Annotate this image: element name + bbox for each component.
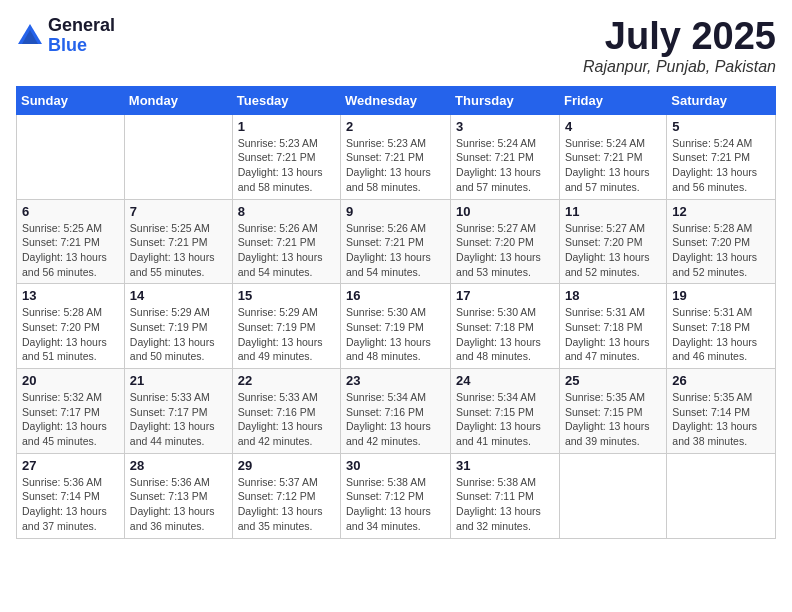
calendar-body: 1Sunrise: 5:23 AM Sunset: 7:21 PM Daylig… <box>17 114 776 538</box>
day-detail: Sunrise: 5:33 AM Sunset: 7:17 PM Dayligh… <box>130 390 227 449</box>
calendar-week-row: 27Sunrise: 5:36 AM Sunset: 7:14 PM Dayli… <box>17 453 776 538</box>
title-block: July 2025 Rajanpur, Punjab, Pakistan <box>583 16 776 76</box>
day-number: 15 <box>238 288 335 303</box>
calendar-cell: 4Sunrise: 5:24 AM Sunset: 7:21 PM Daylig… <box>559 114 666 199</box>
day-number: 20 <box>22 373 119 388</box>
day-number: 1 <box>238 119 335 134</box>
weekday-header-wednesday: Wednesday <box>341 86 451 114</box>
calendar-cell: 14Sunrise: 5:29 AM Sunset: 7:19 PM Dayli… <box>124 284 232 369</box>
calendar-cell: 21Sunrise: 5:33 AM Sunset: 7:17 PM Dayli… <box>124 369 232 454</box>
day-detail: Sunrise: 5:37 AM Sunset: 7:12 PM Dayligh… <box>238 475 335 534</box>
logo-text: General Blue <box>48 16 115 56</box>
calendar-week-row: 6Sunrise: 5:25 AM Sunset: 7:21 PM Daylig… <box>17 199 776 284</box>
day-number: 28 <box>130 458 227 473</box>
calendar-cell: 8Sunrise: 5:26 AM Sunset: 7:21 PM Daylig… <box>232 199 340 284</box>
calendar-week-row: 13Sunrise: 5:28 AM Sunset: 7:20 PM Dayli… <box>17 284 776 369</box>
day-detail: Sunrise: 5:31 AM Sunset: 7:18 PM Dayligh… <box>565 305 661 364</box>
logo-blue-text: Blue <box>48 36 115 56</box>
calendar-cell: 10Sunrise: 5:27 AM Sunset: 7:20 PM Dayli… <box>451 199 560 284</box>
calendar-cell: 15Sunrise: 5:29 AM Sunset: 7:19 PM Dayli… <box>232 284 340 369</box>
day-detail: Sunrise: 5:23 AM Sunset: 7:21 PM Dayligh… <box>238 136 335 195</box>
day-number: 30 <box>346 458 445 473</box>
weekday-header-friday: Friday <box>559 86 666 114</box>
day-detail: Sunrise: 5:36 AM Sunset: 7:13 PM Dayligh… <box>130 475 227 534</box>
calendar-week-row: 1Sunrise: 5:23 AM Sunset: 7:21 PM Daylig… <box>17 114 776 199</box>
calendar-header: SundayMondayTuesdayWednesdayThursdayFrid… <box>17 86 776 114</box>
weekday-header-thursday: Thursday <box>451 86 560 114</box>
day-detail: Sunrise: 5:27 AM Sunset: 7:20 PM Dayligh… <box>565 221 661 280</box>
day-number: 23 <box>346 373 445 388</box>
day-number: 6 <box>22 204 119 219</box>
weekday-header-monday: Monday <box>124 86 232 114</box>
calendar-cell <box>17 114 125 199</box>
weekday-header-tuesday: Tuesday <box>232 86 340 114</box>
day-number: 22 <box>238 373 335 388</box>
calendar-cell: 22Sunrise: 5:33 AM Sunset: 7:16 PM Dayli… <box>232 369 340 454</box>
location: Rajanpur, Punjab, Pakistan <box>583 58 776 76</box>
logo-general-text: General <box>48 16 115 36</box>
day-number: 9 <box>346 204 445 219</box>
calendar-cell: 18Sunrise: 5:31 AM Sunset: 7:18 PM Dayli… <box>559 284 666 369</box>
weekday-header-sunday: Sunday <box>17 86 125 114</box>
calendar-cell: 12Sunrise: 5:28 AM Sunset: 7:20 PM Dayli… <box>667 199 776 284</box>
day-detail: Sunrise: 5:32 AM Sunset: 7:17 PM Dayligh… <box>22 390 119 449</box>
day-number: 16 <box>346 288 445 303</box>
day-number: 18 <box>565 288 661 303</box>
day-detail: Sunrise: 5:28 AM Sunset: 7:20 PM Dayligh… <box>22 305 119 364</box>
day-number: 3 <box>456 119 554 134</box>
day-number: 29 <box>238 458 335 473</box>
day-detail: Sunrise: 5:38 AM Sunset: 7:11 PM Dayligh… <box>456 475 554 534</box>
day-number: 13 <box>22 288 119 303</box>
calendar-table: SundayMondayTuesdayWednesdayThursdayFrid… <box>16 86 776 539</box>
day-number: 4 <box>565 119 661 134</box>
calendar-cell: 13Sunrise: 5:28 AM Sunset: 7:20 PM Dayli… <box>17 284 125 369</box>
day-detail: Sunrise: 5:24 AM Sunset: 7:21 PM Dayligh… <box>672 136 770 195</box>
calendar-cell: 3Sunrise: 5:24 AM Sunset: 7:21 PM Daylig… <box>451 114 560 199</box>
calendar-cell: 27Sunrise: 5:36 AM Sunset: 7:14 PM Dayli… <box>17 453 125 538</box>
day-number: 14 <box>130 288 227 303</box>
day-detail: Sunrise: 5:28 AM Sunset: 7:20 PM Dayligh… <box>672 221 770 280</box>
calendar-cell: 5Sunrise: 5:24 AM Sunset: 7:21 PM Daylig… <box>667 114 776 199</box>
calendar-cell: 28Sunrise: 5:36 AM Sunset: 7:13 PM Dayli… <box>124 453 232 538</box>
day-number: 12 <box>672 204 770 219</box>
calendar-cell: 25Sunrise: 5:35 AM Sunset: 7:15 PM Dayli… <box>559 369 666 454</box>
calendar-cell: 2Sunrise: 5:23 AM Sunset: 7:21 PM Daylig… <box>341 114 451 199</box>
day-number: 19 <box>672 288 770 303</box>
day-number: 26 <box>672 373 770 388</box>
day-number: 17 <box>456 288 554 303</box>
day-number: 11 <box>565 204 661 219</box>
calendar-week-row: 20Sunrise: 5:32 AM Sunset: 7:17 PM Dayli… <box>17 369 776 454</box>
day-detail: Sunrise: 5:26 AM Sunset: 7:21 PM Dayligh… <box>238 221 335 280</box>
calendar-cell: 29Sunrise: 5:37 AM Sunset: 7:12 PM Dayli… <box>232 453 340 538</box>
day-detail: Sunrise: 5:35 AM Sunset: 7:15 PM Dayligh… <box>565 390 661 449</box>
calendar-cell: 30Sunrise: 5:38 AM Sunset: 7:12 PM Dayli… <box>341 453 451 538</box>
calendar-cell <box>667 453 776 538</box>
day-number: 21 <box>130 373 227 388</box>
calendar-cell: 9Sunrise: 5:26 AM Sunset: 7:21 PM Daylig… <box>341 199 451 284</box>
day-detail: Sunrise: 5:34 AM Sunset: 7:15 PM Dayligh… <box>456 390 554 449</box>
day-detail: Sunrise: 5:26 AM Sunset: 7:21 PM Dayligh… <box>346 221 445 280</box>
calendar-cell <box>124 114 232 199</box>
day-number: 24 <box>456 373 554 388</box>
calendar-cell <box>559 453 666 538</box>
calendar-cell: 7Sunrise: 5:25 AM Sunset: 7:21 PM Daylig… <box>124 199 232 284</box>
day-detail: Sunrise: 5:25 AM Sunset: 7:21 PM Dayligh… <box>22 221 119 280</box>
calendar-cell: 11Sunrise: 5:27 AM Sunset: 7:20 PM Dayli… <box>559 199 666 284</box>
page-header: General Blue July 2025 Rajanpur, Punjab,… <box>16 16 776 76</box>
calendar-cell: 19Sunrise: 5:31 AM Sunset: 7:18 PM Dayli… <box>667 284 776 369</box>
day-detail: Sunrise: 5:33 AM Sunset: 7:16 PM Dayligh… <box>238 390 335 449</box>
day-detail: Sunrise: 5:24 AM Sunset: 7:21 PM Dayligh… <box>456 136 554 195</box>
day-number: 25 <box>565 373 661 388</box>
day-detail: Sunrise: 5:31 AM Sunset: 7:18 PM Dayligh… <box>672 305 770 364</box>
day-number: 2 <box>346 119 445 134</box>
calendar-cell: 17Sunrise: 5:30 AM Sunset: 7:18 PM Dayli… <box>451 284 560 369</box>
day-number: 5 <box>672 119 770 134</box>
day-detail: Sunrise: 5:38 AM Sunset: 7:12 PM Dayligh… <box>346 475 445 534</box>
day-number: 10 <box>456 204 554 219</box>
calendar-cell: 24Sunrise: 5:34 AM Sunset: 7:15 PM Dayli… <box>451 369 560 454</box>
day-detail: Sunrise: 5:34 AM Sunset: 7:16 PM Dayligh… <box>346 390 445 449</box>
calendar-cell: 20Sunrise: 5:32 AM Sunset: 7:17 PM Dayli… <box>17 369 125 454</box>
day-number: 27 <box>22 458 119 473</box>
logo-icon <box>16 22 44 50</box>
day-number: 31 <box>456 458 554 473</box>
